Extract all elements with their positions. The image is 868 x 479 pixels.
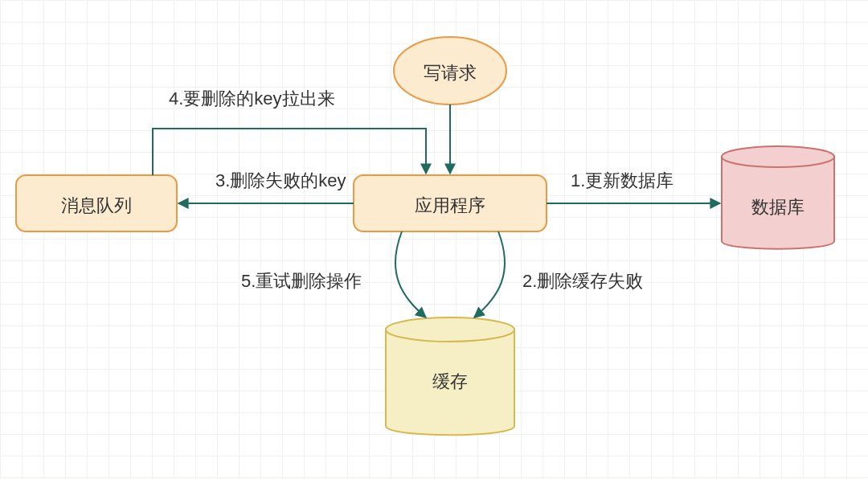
label-edge-2: 2.删除缓存失败 <box>522 269 643 293</box>
label-edge-1: 1.更新数据库 <box>571 169 674 193</box>
label-edge-5: 5.重试删除操作 <box>241 269 362 293</box>
label-edge-3: 3.删除失败的key <box>215 169 346 193</box>
label-edge-4: 4.要删除的key拉出来 <box>169 87 335 111</box>
label-database: 数据库 <box>746 195 810 219</box>
svg-point-1 <box>386 317 514 342</box>
label-cache: 缓存 <box>426 370 474 394</box>
edge-5-retry-delete <box>395 231 426 317</box>
label-application: 应用程序 <box>402 194 498 218</box>
edge-2-delete-cache-fail <box>474 231 505 317</box>
svg-point-0 <box>722 146 834 167</box>
label-message-queue: 消息队列 <box>48 194 145 218</box>
label-write-request: 写请求 <box>418 61 482 85</box>
